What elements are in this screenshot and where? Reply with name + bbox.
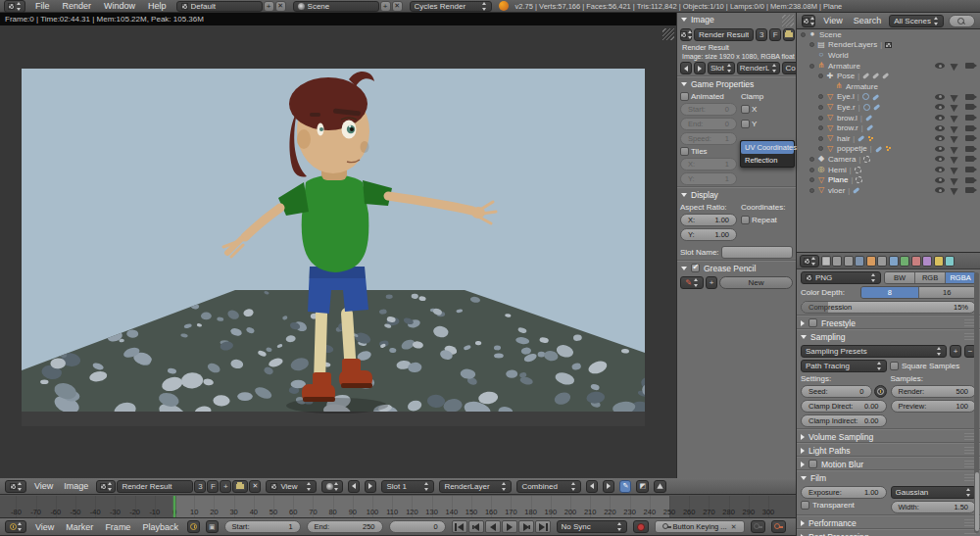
expander-icon[interactable]: [818, 116, 823, 121]
insert-keyframe-button[interactable]: [751, 520, 765, 533]
expander-icon[interactable]: [809, 188, 814, 193]
clamp-indirect-field[interactable]: Clamp Indirect:0.00: [801, 414, 887, 427]
renderability-toggle[interactable]: [965, 167, 974, 172]
panel-header-light-paths[interactable]: Light Paths: [797, 443, 980, 457]
tiles-x-field[interactable]: X:1: [680, 158, 737, 171]
filter-type-select[interactable]: Gaussian: [891, 486, 977, 499]
record-button[interactable]: [633, 520, 649, 533]
timeline-menu-view[interactable]: View: [32, 522, 57, 532]
outliner-item-armature[interactable]: ⋔Armature: [797, 81, 980, 92]
sync-mode-select[interactable]: No Sync: [557, 520, 627, 533]
new-image-button[interactable]: +: [220, 480, 231, 493]
outliner-menu-search[interactable]: Search: [851, 16, 885, 25]
uv-snap-toggle[interactable]: [654, 480, 666, 493]
integrator-select[interactable]: Path Tracing: [801, 360, 887, 372]
editor-type-timeline-button[interactable]: [5, 520, 26, 533]
next-slot-button[interactable]: [694, 62, 706, 74]
expander-icon[interactable]: [818, 146, 823, 151]
outliner-item-armature[interactable]: ⋔Armature: [797, 61, 980, 72]
prev-keyframe-button[interactable]: [468, 520, 484, 533]
visibility-toggle[interactable]: [935, 104, 945, 110]
timeline-ruler[interactable]: -80-70-60-50-40-30-20-100102030405060708…: [0, 495, 796, 517]
outliner-item-plane[interactable]: ▽Plane|: [797, 174, 980, 185]
panel-header-display[interactable]: Display: [677, 187, 796, 201]
keying-set-field[interactable]: Button Keying ...✕: [655, 520, 745, 533]
outliner-search-input[interactable]: [949, 15, 975, 27]
expander-icon[interactable]: [818, 136, 823, 141]
channel-bw-button[interactable]: BW: [885, 272, 915, 283]
repeat-checkbox[interactable]: [741, 216, 750, 224]
renderability-toggle[interactable]: [965, 94, 974, 100]
panel-header-motion-blur[interactable]: Motion Blur: [797, 457, 980, 470]
image-menu-view[interactable]: View: [31, 481, 56, 491]
outliner-display-mode[interactable]: All Scenes: [889, 15, 944, 27]
seed-field[interactable]: Seed:0: [801, 385, 872, 398]
fake-user-button[interactable]: F: [769, 28, 781, 41]
outliner-item-pose[interactable]: ✚Pose|: [797, 71, 980, 81]
start-frame-field[interactable]: Start:1: [224, 520, 301, 533]
selectability-toggle[interactable]: [951, 154, 960, 164]
tiles-y-field[interactable]: Y:1: [680, 172, 737, 185]
grease-pencil-checkbox[interactable]: [691, 264, 700, 272]
selectability-toggle[interactable]: [951, 133, 960, 143]
next-pass-button[interactable]: [603, 480, 614, 493]
jump-to-start-button[interactable]: [452, 520, 467, 533]
region-corner-widget[interactable]: [662, 28, 674, 40]
selectability-toggle[interactable]: [951, 165, 960, 174]
jump-to-end-button[interactable]: [535, 520, 551, 533]
menu-help[interactable]: Help: [145, 1, 170, 11]
slot-name-input[interactable]: [721, 246, 793, 259]
outliner-item-hemi[interactable]: ◎Hemi|: [797, 165, 980, 175]
properties-scrollbar[interactable]: [974, 272, 979, 533]
transparent-checkbox[interactable]: [801, 501, 809, 510]
render-pass-select[interactable]: Combined: [516, 480, 581, 493]
render-layer-select[interactable]: RenderLayer: [439, 480, 512, 493]
expander-icon[interactable]: [818, 73, 823, 78]
animated-checkbox[interactable]: [680, 92, 689, 101]
outliner-item-eye-r[interactable]: ▽Eye.r|: [797, 102, 980, 113]
selectability-toggle[interactable]: [951, 174, 960, 184]
paint-mode-toggle[interactable]: ◩: [636, 480, 649, 493]
clamp-y-checkbox[interactable]: [741, 120, 750, 128]
slot-select[interactable]: Slot 1: [381, 480, 434, 493]
selectability-toggle[interactable]: [951, 113, 960, 122]
use-preview-range-button[interactable]: [187, 520, 200, 533]
visibility-toggle[interactable]: [935, 125, 945, 131]
expander-icon[interactable]: [801, 32, 806, 37]
tab-material[interactable]: [911, 256, 921, 267]
current-frame-field[interactable]: 0: [389, 520, 446, 533]
clamp-x-checkbox[interactable]: [741, 105, 750, 114]
image-datablock-name[interactable]: Render Result: [694, 28, 754, 41]
panel-header-post-processing[interactable]: Post Processing: [797, 529, 980, 536]
visibility-toggle[interactable]: [935, 187, 945, 193]
tab-physics[interactable]: [945, 256, 955, 267]
playhead[interactable]: [173, 496, 175, 517]
preview-samples-field[interactable]: Preview:100: [891, 400, 977, 413]
panel-header-sampling[interactable]: Sampling: [797, 329, 980, 343]
compression-slider[interactable]: Compression15%: [801, 301, 976, 314]
file-format-select[interactable]: PNG: [801, 271, 881, 284]
play-reverse-button[interactable]: [485, 520, 501, 533]
outliner-item-eye-l[interactable]: ▽Eye.l|: [797, 92, 980, 103]
tab-render-layers[interactable]: [832, 256, 842, 267]
expander-icon[interactable]: [809, 64, 814, 69]
selectability-toggle[interactable]: [951, 144, 960, 154]
renderability-toggle[interactable]: [965, 125, 974, 131]
unlink-image-button[interactable]: ✕: [249, 480, 261, 493]
editor-type-image-button[interactable]: [5, 480, 26, 493]
renderability-toggle[interactable]: [965, 115, 974, 121]
anim-end-field[interactable]: End:0: [680, 118, 737, 130]
renderability-toggle[interactable]: [965, 187, 974, 193]
add-preset-button[interactable]: +: [950, 345, 961, 358]
grease-pencil-datablock-button[interactable]: ✎: [680, 276, 704, 289]
panel-header-image[interactable]: Image: [677, 13, 796, 26]
render-layer-select[interactable]: RenderL: [737, 62, 781, 74]
screen-layout-selector[interactable]: Default: [176, 1, 263, 12]
aspect-y-field[interactable]: Y:1.00: [680, 228, 737, 241]
visibility-toggle[interactable]: [935, 146, 945, 152]
tab-scene[interactable]: [844, 256, 854, 267]
delete-scene-button[interactable]: ✕: [392, 1, 403, 12]
image-menu-image[interactable]: Image: [61, 481, 91, 491]
timeline-menu-playback[interactable]: Playback: [139, 522, 181, 532]
fake-user-button[interactable]: F: [207, 480, 219, 493]
